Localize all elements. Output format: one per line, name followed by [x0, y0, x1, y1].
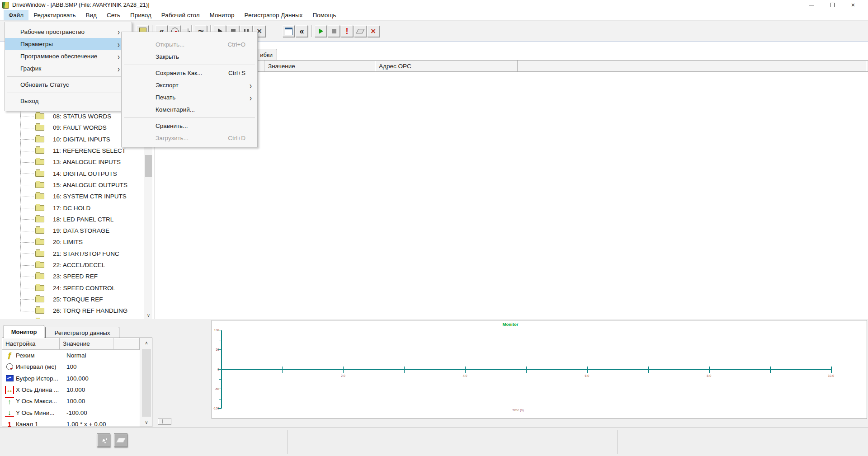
- status-button-2[interactable]: [114, 433, 127, 447]
- menu-item[interactable]: Сохранить Как... Ctrl+S: [122, 67, 257, 79]
- tree-item[interactable]: 20: LIMITS: [0, 236, 144, 248]
- tree-item[interactable]: 26: TORQ REF HANDLING: [0, 305, 144, 316]
- settings-row[interactable]: Y Ось Мини... -100.00: [2, 407, 140, 418]
- tree-item[interactable]: 18: LED PANEL CTRL: [0, 214, 144, 225]
- setting-name: Интервал (мс): [16, 363, 64, 370]
- menu-item[interactable]: Рабочее пространство: [5, 26, 132, 38]
- tree-item[interactable]: 15: ANALOGUE OUTPUTS: [0, 179, 144, 191]
- menu-item[interactable]: Программное обеспечение: [5, 50, 132, 62]
- tree-item[interactable]: 24: SPEED CONTROL: [0, 282, 144, 293]
- menu-item[interactable]: Экспорт: [122, 79, 257, 91]
- menu-item[interactable]: Печать: [122, 91, 257, 103]
- stop-gray-icon[interactable]: [328, 25, 340, 37]
- menu-item[interactable]: [122, 63, 257, 67]
- tree-scrollbar-thumb[interactable]: [145, 155, 152, 177]
- tab-data-logger[interactable]: Регистратор данных: [45, 327, 119, 338]
- setting-value: 100.00: [66, 398, 85, 404]
- menubar-item[interactable]: Сеть: [102, 10, 125, 20]
- folder-icon: [35, 148, 44, 154]
- exclamation-icon[interactable]: [341, 25, 353, 37]
- column-header-setting-value[interactable]: Значение: [60, 338, 113, 349]
- settings-row[interactable]: Интервал (мс) 100: [2, 361, 140, 372]
- menubar-item[interactable]: Рабочий стол: [156, 10, 205, 20]
- menu-item[interactable]: Сравнить...: [122, 120, 257, 132]
- folder-icon: [35, 262, 44, 268]
- menu-item[interactable]: Обновить Статус: [5, 79, 132, 91]
- folder-icon: [35, 125, 44, 131]
- menubar-item[interactable]: Привод: [125, 10, 156, 20]
- menu-item[interactable]: Закрыть: [122, 51, 257, 63]
- menu-item[interactable]: [5, 91, 132, 95]
- minimize-button[interactable]: [801, 0, 822, 10]
- tree-item[interactable]: 25: TORQUE REF: [0, 294, 144, 305]
- tree-item[interactable]: 14: DIGITAL OUTPUTS: [0, 168, 144, 179]
- column-header-filler: [866, 61, 868, 71]
- menu-item[interactable]: [122, 116, 257, 120]
- tree-item[interactable]: 13: ANALOGUE INPUTS: [0, 156, 144, 168]
- tab-monitor[interactable]: Монитор: [4, 325, 44, 338]
- scroll-down-icon[interactable]: ∨: [140, 418, 152, 426]
- menu-item[interactable]: График: [5, 62, 132, 75]
- y-tick-label: 0: [211, 368, 219, 371]
- y-tick-label: 100: [211, 329, 219, 332]
- submenu-chevron-icon: [250, 92, 252, 103]
- menubar-item[interactable]: Помощь: [307, 10, 341, 20]
- menu-item[interactable]: Загрузить... Ctrl+D: [122, 132, 257, 144]
- settings-row[interactable]: Y Ось Макси... 100.00: [2, 395, 140, 407]
- menubar-item[interactable]: Монитор: [205, 10, 240, 20]
- close-icon: ×: [851, 3, 855, 7]
- x-tick: [465, 367, 466, 373]
- column-header-extra[interactable]: [518, 61, 866, 71]
- menu-item[interactable]: Выход: [5, 95, 132, 107]
- tree-item-label: 10: DIGITAL INPUTS: [53, 136, 110, 143]
- tree-item[interactable]: 17: DC HOLD: [0, 202, 144, 213]
- tree-item[interactable]: 16: SYSTEM CTR INPUTS: [0, 191, 144, 202]
- column-header-opc-address[interactable]: Адрес OPC: [375, 61, 518, 71]
- tree-item[interactable]: 19: DATA STORAGE: [0, 225, 144, 236]
- menu-item-label: График: [20, 65, 41, 72]
- menu-item[interactable]: [5, 75, 132, 79]
- eraser-icon[interactable]: [354, 25, 366, 37]
- window-edit-icon[interactable]: [283, 25, 295, 37]
- tab-errors-label: ибки: [260, 52, 273, 58]
- menu-item[interactable]: Параметры: [5, 38, 132, 50]
- menubar-item[interactable]: Файл: [4, 10, 28, 20]
- status-button-1[interactable]: [97, 433, 110, 447]
- minimize-icon: [809, 5, 814, 5]
- settings-row[interactable]: Буфер Истор... 100.000: [2, 373, 140, 384]
- close-button[interactable]: ×: [843, 0, 863, 10]
- settings-row[interactable]: X Ось Длина ... 10.000: [2, 384, 140, 395]
- scroll-up-icon[interactable]: ∧: [140, 339, 152, 347]
- maximize-button[interactable]: [822, 0, 843, 10]
- menu-item[interactable]: Открыть... Ctrl+O: [122, 38, 257, 51]
- folder-icon: [35, 308, 44, 314]
- close-x-red-icon[interactable]: [367, 25, 379, 37]
- monitor-scrollbar-thumb[interactable]: [142, 349, 151, 417]
- menubar-item[interactable]: Вид: [80, 10, 101, 20]
- tree-item[interactable]: 23: SPEED REF: [0, 271, 144, 282]
- menu-item-label: Открыть...: [156, 41, 184, 48]
- tree-connector: [20, 311, 34, 311]
- submenu-chevron-icon: [118, 39, 120, 49]
- pane-splitter-grip[interactable]: [158, 418, 171, 425]
- column-header-setting[interactable]: Настройка: [2, 338, 60, 349]
- double-chevron-left-icon[interactable]: [296, 25, 308, 37]
- x-tick-label: 10.0: [826, 374, 836, 377]
- submenu-chevron-icon: [250, 80, 252, 90]
- menu-item-label: Параметры: [20, 41, 53, 47]
- submenu-chevron-icon: [118, 51, 120, 61]
- column-header-value[interactable]: Значение: [264, 61, 375, 71]
- menu-item-label: Обновить Статус: [20, 81, 69, 88]
- settings-row[interactable]: Режим Normal: [2, 350, 140, 361]
- scroll-down-icon[interactable]: ∨: [144, 311, 153, 319]
- settings-row[interactable]: Канал 1 1.00 * x + 0.00: [2, 418, 140, 427]
- menubar-item[interactable]: Регистратор Данных: [240, 10, 308, 20]
- splat-icon: [103, 439, 105, 442]
- menubar-item[interactable]: Редактировать: [28, 10, 80, 20]
- play-green-icon[interactable]: [315, 25, 327, 37]
- tree-item[interactable]: 22: ACCEL/DECEL: [0, 259, 144, 271]
- menu-item[interactable]: Коментарий...: [122, 103, 257, 116]
- monitor-scrollbar[interactable]: ∧ ∨: [140, 338, 152, 427]
- tree-item[interactable]: 21: START/STOP FUNC: [0, 248, 144, 259]
- folder-icon: [35, 251, 44, 257]
